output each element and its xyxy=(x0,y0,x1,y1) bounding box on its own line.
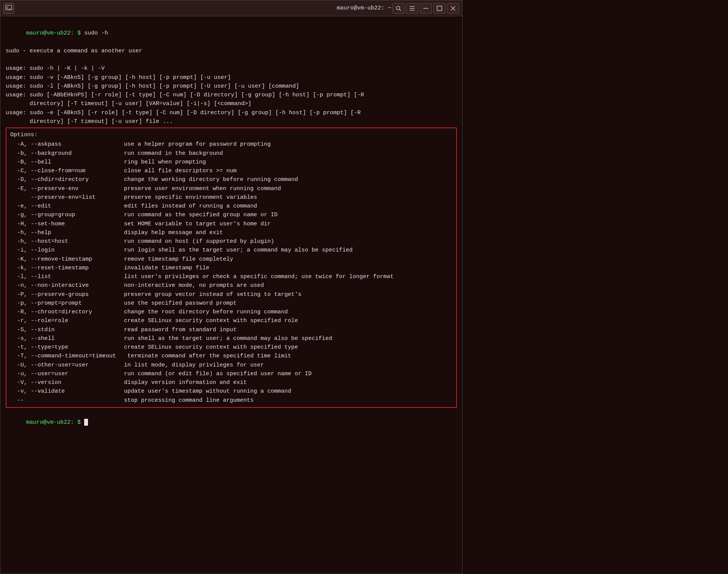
bottom-prompt-symbol: $ xyxy=(77,419,81,426)
option-double-dash: -- stop processing command line argument… xyxy=(10,396,452,405)
usage-line-4b: directory] [-T timeout] [-u user] [VAR=v… xyxy=(6,99,457,108)
option-help: -h, --help display help message and exit xyxy=(10,228,452,237)
prompt-prefix: mauro@vm-ub22: xyxy=(26,30,74,36)
option-desc: preserve user environment when running c… xyxy=(124,184,281,193)
option-desc: use a helper program for password prompt… xyxy=(124,140,271,149)
option-desc: update user's timestamp without running … xyxy=(124,387,291,396)
option-flag: -p, --prompt=prompt xyxy=(10,299,124,308)
svg-rect-8 xyxy=(437,6,442,11)
option-role: -r, --role=role create SELinux security … xyxy=(10,316,452,325)
terminal-content[interactable]: mauro@vm-ub22: $ sudo -h sudo - execute … xyxy=(0,16,462,574)
bottom-prompt-line: mauro@vm-ub22: $ xyxy=(6,409,457,436)
option-desc: run command on host (if supported by plu… xyxy=(124,237,274,246)
option-chdir: -D, --chdir=directory change the working… xyxy=(10,175,452,184)
option-close-from: -C, --close-from=num close all file desc… xyxy=(10,167,452,175)
option-flag: -i, --login xyxy=(10,246,124,255)
option-desc: close all file descriptors >= num xyxy=(124,167,237,175)
terminal-window: mauro@vm-ub22: ~ xyxy=(0,0,463,574)
option-flag: -k, --reset-timestamp xyxy=(10,264,124,272)
option-flag: -D, --chdir=directory xyxy=(10,175,124,184)
option-shell: -s, --shell run shell as the target user… xyxy=(10,334,452,343)
option-desc: read password from standard input xyxy=(124,326,237,334)
menu-button[interactable] xyxy=(406,3,418,14)
option-desc: non-interactive mode, no prompts are use… xyxy=(124,281,264,290)
option-desc: set HOME variable to target user's home … xyxy=(124,220,271,228)
option-version: -V, --version display version informatio… xyxy=(10,378,452,387)
option-desc: invalidate timestamp file xyxy=(124,264,209,272)
option-flag: -v, --validate xyxy=(10,387,124,396)
option-flag: -V, --version xyxy=(10,378,124,387)
option-preserve-groups: -P, --preserve-groups preserve group vec… xyxy=(10,290,452,299)
option-desc: display help message and exit xyxy=(124,228,223,237)
option-edit: -e, --edit edit files instead of running… xyxy=(10,202,452,211)
terminal-icon xyxy=(3,3,14,14)
minimize-button[interactable] xyxy=(420,3,432,14)
option-desc: preserve specific environment variables xyxy=(124,193,257,202)
option-flag: -E, --preserve-env xyxy=(10,184,124,193)
cursor xyxy=(84,419,88,426)
option-preserve-env-list: --preserve-env=list preserve specific en… xyxy=(10,193,452,202)
option-desc: terminate command after the specified ti… xyxy=(124,352,291,360)
option-flag: -g, --group=group xyxy=(10,211,124,219)
option-prompt: -p, --prompt=prompt use the specified pa… xyxy=(10,299,452,308)
command-text: sudo -h xyxy=(81,30,108,36)
option-flag: -n, --non-interactive xyxy=(10,281,124,290)
option-desc: display version information and exit xyxy=(124,378,247,387)
usage-line-2: usage: sudo -v [-ABknS] [-g group] [-h h… xyxy=(6,73,457,82)
option-flag: -H, --set-home xyxy=(10,220,124,228)
close-button[interactable] xyxy=(447,3,459,14)
usage-line-4: usage: sudo [-ABbEHknPS] [-r role] [-t t… xyxy=(6,91,457,99)
option-flag: -S, --stdin xyxy=(10,326,124,334)
option-background: -b, --background run command in the back… xyxy=(10,149,452,158)
option-flag: -T, --command-timeout=timeout xyxy=(10,352,124,360)
options-header: Options: xyxy=(10,131,452,139)
search-button[interactable] xyxy=(392,3,405,14)
option-flag: -h, --host=host xyxy=(10,237,124,246)
option-desc: in list mode, display privileges for use… xyxy=(124,361,264,370)
command-line: mauro@vm-ub22: $ sudo -h xyxy=(6,20,457,47)
option-flag: -B, --bell xyxy=(10,158,124,167)
option-flag: -C, --close-from=num xyxy=(10,167,124,175)
bottom-prompt-dir xyxy=(74,419,77,426)
option-flag: -e, --edit xyxy=(10,202,124,211)
prompt-dir xyxy=(74,30,77,36)
titlebar-left xyxy=(3,3,14,14)
option-stdin: -S, --stdin read password from standard … xyxy=(10,326,452,334)
option-flag: -r, --role=role xyxy=(10,316,124,325)
option-desc: change the working directory before runn… xyxy=(124,175,298,184)
prompt-symbol: $ xyxy=(77,30,81,36)
option-other-user: -U, --other-user=user in list mode, disp… xyxy=(10,361,452,370)
option-flag: -K, --remove-timestamp xyxy=(10,255,124,264)
option-chroot: -R, --chroot=directory change the root d… xyxy=(10,308,452,316)
option-flag: -A, --askpass xyxy=(10,140,124,149)
option-desc: edit files instead of running a command xyxy=(124,202,257,211)
option-desc: create SELinux security context with spe… xyxy=(124,343,298,352)
option-non-interactive: -n, --non-interactive non-interactive mo… xyxy=(10,281,452,290)
option-preserve-env: -E, --preserve-env preserve user environ… xyxy=(10,184,452,193)
option-desc: use the specified password prompt xyxy=(124,299,237,308)
option-remove-timestamp: -K, --remove-timestamp remove timestamp … xyxy=(10,255,452,264)
usage-line-3: usage: sudo -l [-ABknS] [-g group] [-h h… xyxy=(6,82,457,91)
cursor-space xyxy=(81,419,84,426)
svg-line-3 xyxy=(400,9,401,11)
option-desc: list user's privileges or check a specif… xyxy=(124,272,394,281)
titlebar-controls xyxy=(392,3,459,14)
option-desc: run shell as the target user; a command … xyxy=(124,334,332,343)
option-flag: --preserve-env=list xyxy=(10,193,124,202)
options-section: Options: -A, --askpass use a helper prog… xyxy=(6,127,457,408)
usage-line-5b: directory] [-T timeout] [-u user] file .… xyxy=(6,117,457,126)
maximize-button[interactable] xyxy=(433,3,446,14)
option-reset-timestamp: -k, --reset-timestamp invalidate timesta… xyxy=(10,264,452,272)
option-desc: run login shell as the target user; a co… xyxy=(124,246,353,255)
option-flag: -l, --list xyxy=(10,272,124,281)
option-desc: change the root directory before running… xyxy=(124,308,288,316)
option-flag: -- xyxy=(10,396,124,405)
blank-line-1 xyxy=(6,55,457,64)
usage-line-1: usage: sudo -h | -K | -k | -V xyxy=(6,64,457,73)
usage-line-5: usage: sudo -e [-ABknS] [-r role] [-t ty… xyxy=(6,109,457,117)
option-user: -u, --user=user run command (or edit fil… xyxy=(10,370,452,378)
option-desc: stop processing command line arguments xyxy=(124,396,254,405)
window-title: mauro@vm-ub22: ~ xyxy=(337,5,391,11)
option-flag: -b, --background xyxy=(10,149,124,158)
option-group: -g, --group=group run command as the spe… xyxy=(10,211,452,219)
